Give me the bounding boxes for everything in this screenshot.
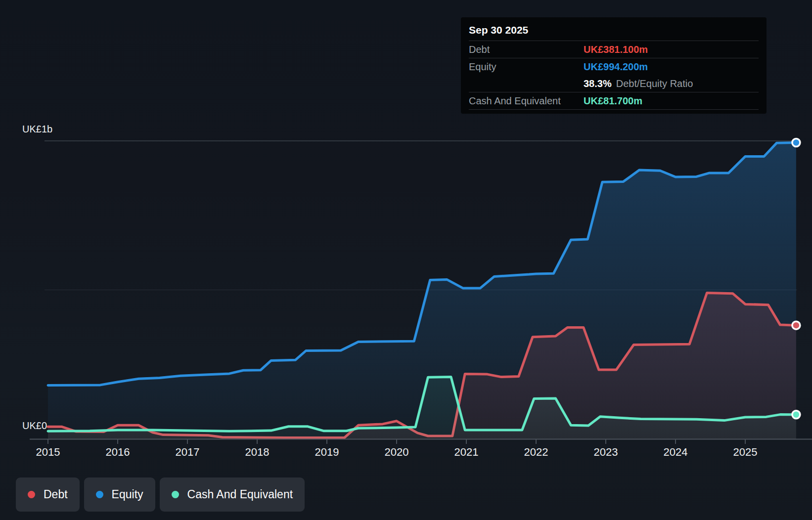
legend-item-cash[interactable]: Cash And Equivalent	[160, 477, 305, 512]
legend-label-equity: Equity	[112, 488, 143, 501]
x-axis-label-2020: 2020	[376, 445, 417, 459]
x-axis-label-2023: 2023	[585, 445, 627, 459]
x-axis-label-2016: 2016	[97, 445, 138, 459]
x-axis-label-2025: 2025	[724, 445, 766, 459]
tooltip-ratio-value: 38.3%	[584, 78, 612, 89]
legend-dot-cash	[172, 491, 179, 498]
x-axis-label-2018: 2018	[236, 445, 278, 459]
tooltip-rows: DebtUK£381.100mEquityUK£994.200m38.3%Deb…	[469, 41, 759, 110]
marker-cash-and-equivalent[interactable]	[792, 411, 800, 419]
tooltip-row-equity: EquityUK£994.200m	[469, 58, 759, 75]
legend-item-equity[interactable]: Equity	[84, 477, 155, 512]
legend-label-debt: Debt	[44, 488, 68, 501]
tooltip-value-cash: UK£81.700m	[584, 95, 642, 107]
chart-tooltip: Sep 30 2025 DebtUK£381.100mEquityUK£994.…	[461, 17, 767, 114]
tooltip-label-debt: Debt	[469, 44, 584, 55]
marker-debt[interactable]	[792, 321, 800, 329]
tooltip-ratio-label: Debt/Equity Ratio	[616, 78, 693, 89]
chart-legend: DebtEquityCash And Equivalent	[16, 477, 305, 512]
marker-equity[interactable]	[792, 138, 800, 146]
tooltip-label-cash: Cash And Equivalent	[469, 95, 584, 107]
legend-item-debt[interactable]: Debt	[16, 477, 80, 512]
x-axis-label-2024: 2024	[655, 445, 696, 459]
x-axis-label-2021: 2021	[446, 445, 487, 459]
y-axis-label-max: UK£1b	[22, 123, 52, 135]
y-axis-label-zero: UK£0	[22, 420, 47, 432]
tooltip-value-equity: UK£994.200m	[584, 61, 648, 73]
legend-label-cash: Cash And Equivalent	[187, 488, 293, 501]
legend-dot-equity	[96, 491, 103, 498]
x-axis-label-2015: 2015	[27, 445, 69, 459]
tooltip-debt-equity-ratio: 38.3%Debt/Equity Ratio	[469, 75, 759, 92]
tooltip-row-debt: DebtUK£381.100m	[469, 41, 759, 58]
x-axis-label-2022: 2022	[515, 445, 557, 459]
tooltip-value-debt: UK£381.100m	[584, 44, 648, 55]
x-axis-label-2017: 2017	[167, 445, 208, 459]
tooltip-date: Sep 30 2025	[469, 17, 759, 41]
x-axis-label-2019: 2019	[306, 445, 348, 459]
tooltip-row-cash: Cash And EquivalentUK£81.700m	[469, 92, 759, 110]
balance-sheet-history-chart: UK£1b UK£0 20152016201720182019202020212…	[0, 0, 812, 520]
tooltip-label-equity: Equity	[469, 61, 584, 73]
legend-dot-debt	[28, 491, 35, 498]
